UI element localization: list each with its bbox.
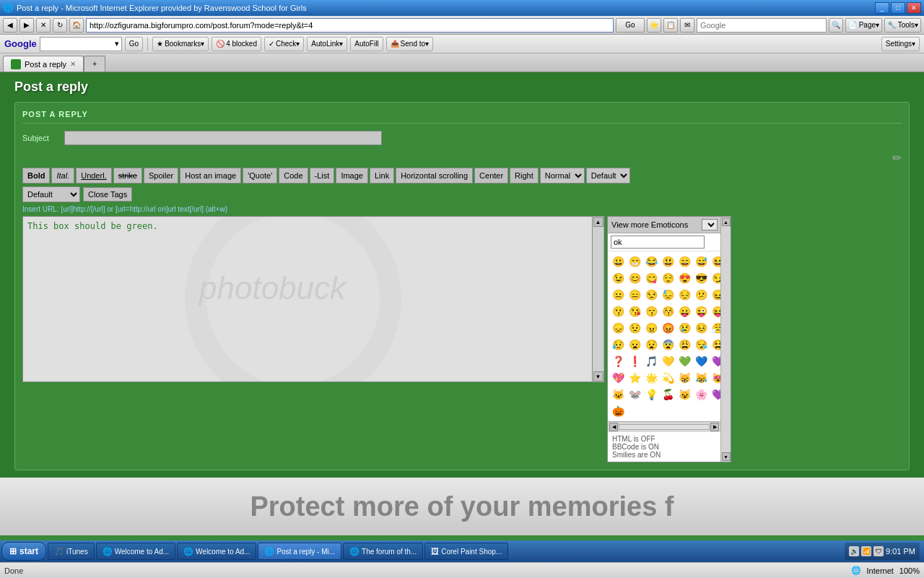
emoticon-38[interactable]: 😧 [643, 337, 659, 353]
emoticon-55[interactable]: 😹 [693, 370, 709, 386]
stop-button[interactable]: ✕ [36, 18, 51, 33]
emoticon-61[interactable]: 😺 [676, 387, 692, 402]
emoticon-1[interactable]: 😀 [610, 254, 626, 269]
emoticon-59[interactable]: 💡 [643, 387, 659, 402]
minimize-button[interactable]: _ [875, 2, 889, 14]
emoticon-31[interactable]: 😠 [643, 320, 659, 336]
page-button[interactable]: 📄 Page▾ [845, 18, 882, 33]
bookmarks-button[interactable]: ★ Bookmarks▾ [152, 37, 209, 51]
emoticon-62[interactable]: 🌸 [693, 387, 709, 402]
subject-input[interactable] [64, 131, 382, 145]
emoticon-15[interactable]: 😐 [610, 287, 626, 303]
search-go-button[interactable]: 🔍 [829, 18, 843, 33]
emoticon-37[interactable]: 😦 [627, 337, 642, 353]
underline-button[interactable]: Underl. [76, 168, 111, 184]
emoticons-scroll-down[interactable]: ▼ [722, 452, 731, 461]
message-textarea[interactable]: This box should be green. [23, 217, 592, 381]
emoticon-18[interactable]: 😓 [660, 287, 676, 303]
google-go-button[interactable]: Go [125, 37, 143, 51]
emoticon-40[interactable]: 😩 [676, 337, 692, 353]
mail-button[interactable]: ✉ [680, 18, 694, 33]
emoticon-39[interactable]: 😨 [660, 337, 676, 353]
emoticon-17[interactable]: 😒 [643, 287, 659, 303]
home-button[interactable]: 🏠 [69, 18, 84, 33]
emoticon-36[interactable]: 😥 [610, 337, 626, 353]
emoticon-32[interactable]: 😡 [660, 320, 676, 336]
tools-button[interactable]: 🔧 Tools▾ [884, 18, 921, 33]
emoticon-23[interactable]: 😘 [627, 303, 642, 319]
close-tags-button[interactable]: Close Tags [83, 187, 132, 202]
bold-button[interactable]: Bold [22, 168, 50, 184]
google-search-input[interactable] [43, 40, 115, 48]
emoticon-24[interactable]: 😙 [643, 303, 659, 319]
active-tab[interactable]: Post a reply ✕ [3, 56, 84, 72]
new-tab-button[interactable]: + [84, 56, 105, 72]
emoticon-57[interactable]: 🐱 [610, 387, 626, 402]
emoticon-53[interactable]: 💫 [660, 370, 676, 386]
taskbar-welcome2[interactable]: 🌐 Welcome to Ad... [177, 543, 256, 560]
back-button[interactable]: ◀ [3, 18, 17, 33]
emoticon-12[interactable]: 😍 [676, 270, 692, 286]
autofill-button[interactable]: AutoFill [350, 37, 383, 51]
taskbar-post-reply[interactable]: 🌐 Post a reply - Mi... [258, 543, 341, 560]
emoticon-8[interactable]: 😉 [610, 270, 626, 286]
emoticon-30[interactable]: 😟 [627, 320, 642, 336]
emoticon-34[interactable]: 😣 [693, 320, 709, 336]
italic-button[interactable]: Ital. [51, 168, 74, 184]
address-bar[interactable] [86, 18, 614, 33]
emoticon-52[interactable]: 🌟 [643, 370, 659, 386]
emoticons-scrollbar[interactable]: ▲ ▼ [720, 217, 731, 462]
host-image-button[interactable]: Host an image [180, 168, 241, 184]
taskbar-corel[interactable]: 🖼 Corel Paint Shop... [424, 543, 508, 560]
font-color-select[interactable]: Default [586, 168, 630, 184]
emoticon-2[interactable]: 😁 [627, 254, 642, 269]
emoticon-51[interactable]: ⭐ [627, 370, 642, 386]
sendto-button[interactable]: 📤 Send to▾ [386, 37, 433, 51]
emoticons-hscroll-right[interactable]: ▶ [710, 423, 719, 431]
maximize-button[interactable]: □ [891, 2, 905, 14]
strike-button[interactable]: strike [113, 168, 142, 184]
emoticon-54[interactable]: 😸 [676, 370, 692, 386]
emoticon-33[interactable]: 😢 [676, 320, 692, 336]
taskbar-itunes[interactable]: 🎵 iTunes [48, 543, 95, 560]
tab-close-icon[interactable]: ✕ [70, 60, 76, 68]
emoticon-22[interactable]: 😗 [610, 303, 626, 319]
quote-button[interactable]: 'Quote' [243, 168, 277, 184]
spoiler-button[interactable]: Spoiler [144, 168, 178, 184]
scrollbar-up-button[interactable]: ▲ [593, 217, 603, 227]
image-button[interactable]: Image [336, 168, 368, 184]
link-button[interactable]: Link [370, 168, 394, 184]
favorites-button[interactable]: ⭐ [647, 18, 661, 33]
font-face-select[interactable]: Default [22, 186, 80, 202]
emoticons-search-input[interactable] [611, 236, 705, 249]
list-button[interactable]: -List [310, 168, 335, 184]
editor-scrollbar[interactable]: ▲ ▼ [593, 216, 604, 382]
font-size-select[interactable]: Normal [540, 168, 585, 184]
emoticon-6[interactable]: 😅 [693, 254, 709, 269]
emoticon-26[interactable]: 😛 [676, 303, 692, 319]
check-button[interactable]: ✓ Check▾ [264, 37, 304, 51]
emoticon-60[interactable]: 🍒 [660, 387, 676, 402]
emoticon-41[interactable]: 😪 [693, 337, 709, 353]
start-button[interactable]: ⊞ start [1, 542, 46, 561]
emoticon-48[interactable]: 💙 [693, 353, 709, 369]
google-dropdown-icon[interactable]: ▾ [115, 39, 119, 48]
emoticon-19[interactable]: 😔 [676, 287, 692, 303]
search-box[interactable] [697, 18, 827, 33]
go-button[interactable]: Go [616, 18, 645, 33]
emoticon-45[interactable]: 🎵 [643, 353, 659, 369]
emoticons-type-select[interactable] [702, 219, 718, 230]
emoticon-29[interactable]: 😞 [610, 320, 626, 336]
blocked-button[interactable]: 🚫 4 blocked [212, 37, 261, 51]
autolink-button[interactable]: AutoLink▾ [307, 37, 347, 51]
hscroll-button[interactable]: Horizontal scrolling [396, 168, 473, 184]
emoticons-scroll-up[interactable]: ▲ [722, 217, 731, 226]
pen-icon[interactable]: ✏ [892, 151, 902, 165]
emoticon-9[interactable]: 😊 [627, 270, 642, 286]
scrollbar-down-button[interactable]: ▼ [593, 371, 603, 381]
emoticon-50[interactable]: 💖 [610, 370, 626, 386]
emoticon-27[interactable]: 😜 [693, 303, 709, 319]
emoticon-13[interactable]: 😎 [693, 270, 709, 286]
emoticon-25[interactable]: 😚 [660, 303, 676, 319]
emoticon-5[interactable]: 😄 [676, 254, 692, 269]
